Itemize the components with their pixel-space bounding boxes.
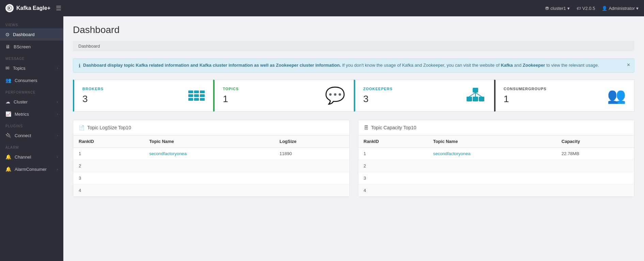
page-title: Dashboard bbox=[73, 25, 634, 35]
sidebar-label-topics: Topics bbox=[13, 66, 26, 71]
logsize-table-row: 2 bbox=[73, 160, 349, 172]
topics-value: 1 bbox=[223, 94, 239, 104]
channel-chevron-icon: › bbox=[57, 155, 58, 159]
hamburger-button[interactable]: ☰ bbox=[56, 4, 61, 12]
logsize-table-row: 4 bbox=[73, 184, 349, 197]
sidebar-label-alarmconsumer: AlarmConsumer bbox=[15, 167, 47, 172]
sidebar-item-connect[interactable]: 🔌 Connect › bbox=[0, 129, 63, 142]
logsize-cell-value: 11890 bbox=[274, 148, 349, 160]
topics-chevron-icon: › bbox=[57, 66, 58, 70]
user-icon: 👤 bbox=[602, 6, 607, 11]
navbar-right: ⛃ cluster1 ▾ 🏷 V2.0.5 👤 Administrator ▾ bbox=[545, 6, 639, 11]
cluster-selector[interactable]: ⛃ cluster1 ▾ bbox=[545, 6, 570, 11]
capacity-cell-topic bbox=[428, 184, 556, 197]
brokers-value: 3 bbox=[82, 94, 104, 104]
sidebar-item-metrics[interactable]: 📈 Metrics › bbox=[0, 108, 63, 120]
capacity-col-capacity: Capacity bbox=[556, 135, 634, 148]
capacity-table-row: 4 bbox=[358, 184, 634, 197]
sidebar-label-consumers: Consumers bbox=[15, 78, 37, 83]
capacity-table-row: 3 bbox=[358, 172, 634, 184]
sidebar-label-connect: Connect bbox=[15, 133, 31, 138]
brand-icon: K bbox=[5, 4, 14, 12]
broker-icon bbox=[188, 91, 205, 101]
sidebar-label-dashboard: Dashboard bbox=[13, 32, 35, 37]
capacity-cell-topic bbox=[428, 172, 556, 184]
capacity-table-row: 1secondfactoryonea22.78MB bbox=[358, 148, 634, 160]
svg-line-3 bbox=[469, 93, 475, 97]
sidebar-item-bscreen[interactable]: 🖥 BScreen bbox=[0, 40, 63, 53]
info-banner-link-zookeeper[interactable]: Zookeeper bbox=[523, 63, 545, 68]
info-banner-link2-suffix: to view the relevant usage. bbox=[546, 63, 599, 68]
sidebar-label-channel: Channel bbox=[15, 154, 31, 160]
capacity-cell-rank: 3 bbox=[358, 172, 428, 184]
metrics-chevron-icon: › bbox=[57, 112, 58, 116]
connect-chevron-icon: › bbox=[57, 134, 58, 137]
capacity-cell-rank: 2 bbox=[358, 160, 428, 172]
logsize-cell-rank: 4 bbox=[73, 184, 144, 197]
sidebar: VIEWS ⊙ Dashboard 🖥 BScreen MESSAGE ✉ To… bbox=[0, 16, 63, 261]
sidebar-item-dashboard[interactable]: ⊙ Dashboard bbox=[0, 28, 63, 40]
user-chevron-icon: ▾ bbox=[636, 6, 639, 11]
brokers-label: BROKERS bbox=[82, 87, 104, 91]
svg-text:K: K bbox=[8, 6, 11, 10]
sidebar-label-bscreen: BScreen bbox=[14, 44, 31, 49]
capacity-cell-value: 22.78MB bbox=[556, 148, 634, 160]
topic-link[interactable]: secondfactoryonea bbox=[149, 151, 187, 156]
sidebar-item-channel[interactable]: 🔔 Channel › bbox=[0, 151, 63, 163]
stat-card-zookeepers: ZOOKEEPERS 3 bbox=[354, 80, 494, 112]
logsize-cell-value bbox=[274, 172, 349, 184]
cluster-chevron-icon: › bbox=[57, 100, 58, 104]
logsize-cell-value bbox=[274, 160, 349, 172]
main-layout: VIEWS ⊙ Dashboard 🖥 BScreen MESSAGE ✉ To… bbox=[0, 16, 644, 261]
info-banner: ℹ Dashboard display topic Kafka related … bbox=[73, 58, 634, 73]
sidebar-item-consumers[interactable]: 👥 Consumers bbox=[0, 74, 63, 86]
cluster-icon: ☁ bbox=[5, 99, 10, 104]
version-label: 🏷 V2.0.5 bbox=[577, 6, 595, 11]
logsize-col-logsize: LogSize bbox=[274, 135, 349, 148]
capacity-table-icon: 🗄 bbox=[364, 125, 368, 130]
consumergroups-label: CONSUMERGROUPS bbox=[504, 87, 547, 91]
breadcrumb: Dashboard bbox=[73, 41, 634, 51]
consumergroups-icon: 👥 bbox=[607, 88, 626, 103]
logsize-cell-value bbox=[274, 184, 349, 197]
logsize-cell-topic bbox=[144, 184, 274, 197]
info-banner-link2-prefix: and bbox=[514, 63, 522, 68]
sidebar-label-metrics: Metrics bbox=[15, 112, 29, 117]
sidebar-item-topics[interactable]: ✉ Topics › bbox=[0, 62, 63, 74]
capacity-table-title: Topic Capacity Top10 bbox=[371, 125, 417, 130]
capacity-table: RankID Topic Name Capacity 1secondfactor… bbox=[358, 135, 634, 197]
capacity-col-topicname: Topic Name bbox=[428, 135, 556, 148]
info-banner-link-kafka[interactable]: Kafka bbox=[501, 63, 513, 68]
zookeeper-icon bbox=[465, 87, 486, 104]
logsize-table: RankID Topic Name LogSize 1secondfactory… bbox=[73, 135, 349, 197]
capacity-table-row: 2 bbox=[358, 160, 634, 172]
capacity-cell-topic: secondfactoryonea bbox=[428, 148, 556, 160]
consumergroups-value: 1 bbox=[504, 94, 547, 104]
stat-card-topics: TOPICS 1 💬 bbox=[213, 80, 354, 112]
sidebar-item-cluster[interactable]: ☁ Cluster › bbox=[0, 96, 63, 108]
logsize-table-icon: 📄 bbox=[79, 125, 84, 130]
logsize-cell-topic bbox=[144, 160, 274, 172]
flag-icon: 🏷 bbox=[577, 6, 581, 11]
capacity-topic-link[interactable]: secondfactoryonea bbox=[433, 151, 471, 156]
info-banner-normal: If you don't know the usage of Kafka and… bbox=[342, 63, 501, 68]
sidebar-section-performance: PERFORMANCE bbox=[0, 86, 63, 96]
capacity-table-head-row: RankID Topic Name Capacity bbox=[358, 135, 634, 148]
dashboard-icon: ⊙ bbox=[5, 32, 10, 37]
info-banner-close-button[interactable]: × bbox=[627, 62, 630, 68]
logsize-col-topicname: Topic Name bbox=[144, 135, 274, 148]
connect-icon: 🔌 bbox=[5, 133, 11, 138]
topics-icon: ✉ bbox=[5, 65, 10, 71]
capacity-cell-rank: 4 bbox=[358, 184, 428, 197]
brand-name: Kafka Eagle+ bbox=[16, 5, 50, 11]
logsize-cell-rank: 1 bbox=[73, 148, 144, 160]
user-menu[interactable]: 👤 Administrator ▾ bbox=[602, 6, 639, 11]
svg-rect-2 bbox=[473, 88, 478, 93]
sidebar-item-alarmconsumer[interactable]: 🔔 AlarmConsumer › bbox=[0, 163, 63, 175]
topic-icon: 💬 bbox=[325, 87, 345, 104]
tables-section: 📄 Topic LogSize Top10 RankID Topic Name … bbox=[73, 120, 634, 197]
alarmconsumer-chevron-icon: › bbox=[57, 167, 58, 171]
brand-logo: K Kafka Eagle+ bbox=[5, 4, 50, 12]
capacity-cell-value bbox=[556, 184, 634, 197]
logsize-table-row: 3 bbox=[73, 172, 349, 184]
